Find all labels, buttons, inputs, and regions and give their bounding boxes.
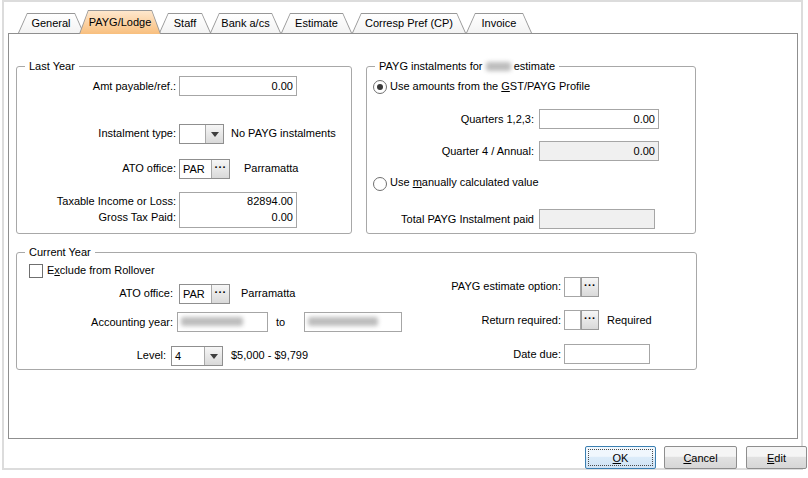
accounting-year-to-label: to [276, 315, 285, 330]
taxable-income-value[interactable]: 82894.00 [180, 193, 296, 209]
use-gst-payg-profile-radio[interactable] [373, 80, 387, 94]
taxable-income-label: Taxable Income or Loss: [27, 194, 176, 209]
amt-payable-label: Amt payable/ref.: [27, 79, 176, 94]
return-required-input[interactable] [564, 310, 581, 330]
accounting-year-start-input[interactable] [177, 312, 268, 332]
edit-button[interactable]: Edit [746, 446, 807, 469]
exclude-from-rollover-label: Exclude from Rollover [47, 263, 155, 278]
date-due-input[interactable] [564, 344, 650, 364]
return-required-browse-button[interactable]: ... [581, 310, 599, 330]
payg-estimate-option-label: PAYG estimate option: [411, 279, 561, 294]
ato-office-code-current: PAR [180, 285, 211, 303]
chevron-down-icon [211, 132, 219, 137]
quarters-123-input[interactable] [539, 109, 659, 129]
ato-office-browse-button-current[interactable]: ... [211, 285, 229, 303]
redacted-estimate-year [486, 62, 511, 71]
exclude-from-rollover-checkbox[interactable] [29, 264, 43, 278]
instalment-type-label: Instalment type: [27, 126, 176, 141]
payg-estimate-option-input[interactable] [564, 277, 581, 297]
return-required-label: Return required: [411, 313, 561, 328]
payg-estimate-option-browse-button[interactable]: ... [581, 277, 599, 297]
ato-office-name-last: Parramatta [244, 161, 298, 176]
cancel-button[interactable]: Cancel [664, 446, 737, 469]
quarters-123-label: Quarters 1,2,3: [384, 112, 534, 127]
level-dropdown-button[interactable] [204, 347, 222, 365]
level-label: Level: [27, 348, 166, 363]
gross-tax-value[interactable]: 0.00 [180, 209, 296, 225]
tab-invoice[interactable]: Invoice [466, 13, 532, 33]
gross-tax-label: Gross Tax Paid: [27, 210, 176, 225]
last-year-group-title: Last Year [25, 59, 79, 73]
tab-general[interactable]: General [18, 13, 84, 33]
level-range-text: $5,000 - $9,799 [231, 348, 308, 363]
tab-staff[interactable]: Staff [159, 13, 211, 33]
use-manual-value-label: Use manually calculated value [390, 175, 539, 190]
instalment-type-dropdown-button[interactable] [205, 125, 223, 143]
redacted-end-date [308, 317, 378, 326]
redacted-start-date [181, 317, 243, 326]
accounting-year-end-input[interactable] [304, 312, 402, 332]
tab-estimate[interactable]: Estimate [281, 13, 352, 33]
use-manual-value-radio[interactable] [373, 177, 387, 191]
tab-corresp-pref[interactable]: Corresp Pref (CP) [352, 13, 466, 33]
accounting-year-label: Accounting year: [27, 315, 173, 330]
instalment-type-combo[interactable] [179, 124, 224, 144]
tab-bank-acs[interactable]: Bank a/cs [210, 13, 281, 33]
last-year-group: Last Year Amt payable/ref.: Instalment t… [16, 66, 352, 234]
ato-office-label-current: ATO office: [27, 286, 173, 301]
payg-instalments-group-title: PAYG instalments for estimate [375, 59, 559, 73]
ato-office-picker-last[interactable]: PAR ... [179, 159, 230, 179]
level-value: 4 [172, 347, 204, 365]
level-combo[interactable]: 4 [171, 346, 223, 366]
quarter-4-annual-label: Quarter 4 / Annual: [384, 144, 534, 159]
taxable-income-box: 82894.00 0.00 [179, 192, 297, 228]
date-due-label: Date due: [411, 347, 561, 362]
amt-payable-input[interactable] [179, 76, 297, 96]
tab-payg-lodge[interactable]: PAYG/Lodge [79, 10, 161, 34]
payg-instalments-group: PAYG instalments for estimate Use amount… [366, 66, 696, 234]
ato-office-picker-current[interactable]: PAR ... [179, 284, 230, 304]
current-year-group-title: Current Year [25, 245, 95, 259]
use-gst-payg-profile-label: Use amounts from the GST/PAYG Profile [390, 79, 590, 94]
ato-office-label-last: ATO office: [27, 161, 176, 176]
quarter-4-annual-input [539, 141, 659, 161]
ato-office-name-current: Parramatta [241, 286, 295, 301]
ato-office-code-last: PAR [180, 160, 211, 178]
return-required-note: Required [607, 313, 652, 328]
ok-button[interactable]: OK [585, 446, 656, 469]
total-payg-paid-label: Total PAYG Instalment paid [384, 212, 534, 227]
chevron-down-icon [210, 354, 218, 359]
current-year-group: Current Year Exclude from Rollover ATO o… [16, 252, 697, 370]
total-payg-paid-input [539, 209, 655, 229]
instalment-type-note: No PAYG instalments [231, 126, 336, 141]
ato-office-browse-button-last[interactable]: ... [211, 160, 229, 178]
